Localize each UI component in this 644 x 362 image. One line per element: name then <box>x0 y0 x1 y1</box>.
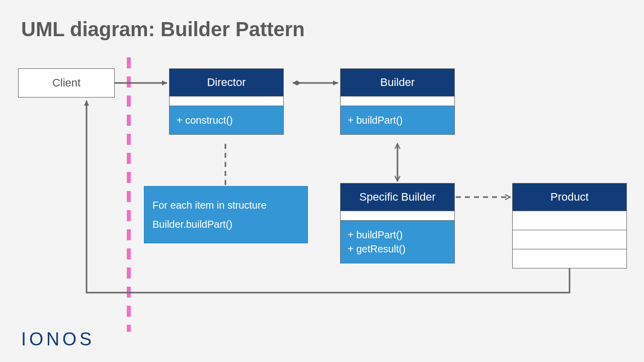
product-row-3 <box>513 249 626 268</box>
specific-method1: + buildPart() <box>348 228 447 242</box>
director-spacer <box>170 96 283 106</box>
builder-method: + buildPart() <box>341 106 454 134</box>
builder-name: Builder <box>341 69 454 96</box>
director-class: Director + construct() <box>169 68 284 135</box>
director-name: Director <box>170 69 283 96</box>
diagram-title: UML diagram: Builder Pattern <box>21 18 305 41</box>
client-label: Client <box>52 76 80 89</box>
specific-builder-methods: + buildPart() + getResult() <box>341 221 454 263</box>
specific-builder-name: Specific Builder <box>341 184 454 211</box>
product-class: Product <box>512 183 627 268</box>
note-line2: Builder.buildPart() <box>152 215 299 234</box>
director-note: For each item in structure Builder.build… <box>144 186 308 243</box>
builder-class: Builder + buildPart() <box>340 68 455 135</box>
product-row-1 <box>513 211 626 230</box>
note-line1: For each item in structure <box>152 196 299 215</box>
product-row-2 <box>513 230 626 249</box>
specific-builder-class: Specific Builder + buildPart() + getResu… <box>340 183 455 263</box>
connectors-overlay <box>0 0 644 362</box>
product-name: Product <box>513 184 626 211</box>
ionos-logo: IONOS <box>21 329 95 350</box>
specific-method2: + getResult() <box>348 242 447 256</box>
builder-spacer <box>341 96 454 106</box>
specific-builder-spacer <box>341 211 454 221</box>
director-method: + construct() <box>170 106 283 134</box>
client-box: Client <box>18 68 115 98</box>
